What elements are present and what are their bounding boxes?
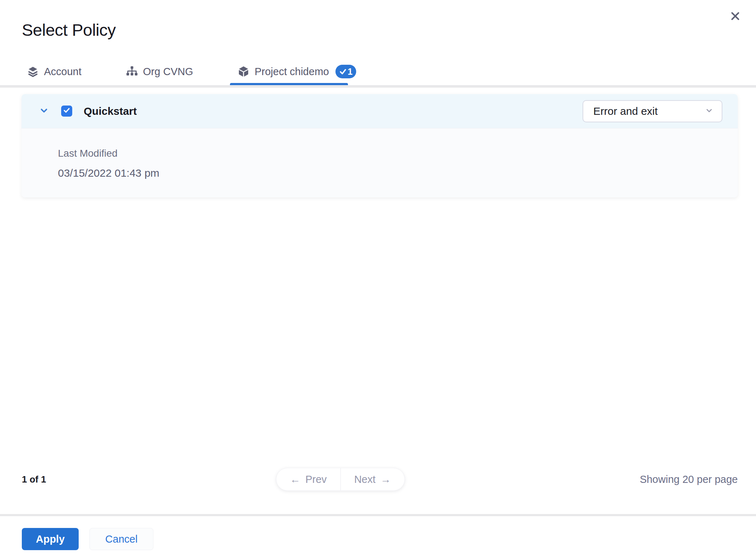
page-title: Select Policy [22, 20, 116, 40]
tabs-divider [0, 85, 756, 88]
policy-details: Last Modified 03/15/2022 01:43 pm [21, 128, 738, 197]
pagination: 1 of 1 ← Prev Next → Showing 20 per page [22, 468, 738, 491]
arrow-left-icon: ← [290, 474, 300, 485]
pager-pill: ← Prev Next → [276, 468, 405, 491]
policy-checkbox[interactable] [61, 106, 72, 117]
close-icon [730, 11, 741, 23]
tab-project-label: Project chidemo [255, 66, 329, 78]
select-policy-modal: Select Policy Account [0, 0, 756, 553]
policy-panel: Quickstart Error and exit Last Modified … [21, 94, 738, 197]
tab-org-cvng[interactable]: Org CVNG [126, 65, 193, 78]
chevron-down-icon [705, 106, 714, 116]
tab-project-chidemo[interactable]: Project chidemo 1 [237, 65, 356, 78]
check-icon [339, 68, 347, 75]
tab-account-label: Account [44, 66, 82, 78]
apply-button[interactable]: Apply [22, 528, 79, 550]
scope-tabs: Account Org CVNG [27, 62, 356, 82]
sitemap-icon [126, 65, 138, 78]
footer-divider [0, 514, 756, 516]
page-info: 1 of 1 [22, 474, 46, 485]
policy-row: Quickstart Error and exit [21, 94, 738, 128]
prev-label: Prev [305, 474, 327, 485]
prev-button[interactable]: ← Prev [276, 468, 341, 490]
next-label: Next [354, 474, 375, 485]
select-value: Error and exit [593, 105, 658, 117]
chevron-down-icon [39, 105, 49, 117]
next-button[interactable]: Next → [341, 468, 405, 490]
cancel-button[interactable]: Cancel [89, 528, 153, 550]
tab-org-label: Org CVNG [143, 66, 193, 78]
tab-account[interactable]: Account [27, 65, 82, 78]
layers-icon [27, 65, 39, 78]
check-icon [63, 107, 70, 116]
close-button[interactable] [727, 8, 744, 25]
footer-actions: Apply Cancel [22, 528, 153, 550]
last-modified-value: 03/15/2022 01:43 pm [58, 167, 738, 179]
last-modified-label: Last Modified [58, 148, 738, 159]
selected-count-badge: 1 [335, 65, 356, 78]
arrow-right-icon: → [381, 474, 391, 485]
policy-name: Quickstart [84, 105, 137, 117]
cube-icon [237, 65, 250, 78]
selected-count: 1 [348, 67, 353, 77]
expand-row-button[interactable] [37, 104, 51, 118]
policy-action-select[interactable]: Error and exit [583, 100, 722, 122]
per-page-info: Showing 20 per page [640, 474, 738, 485]
